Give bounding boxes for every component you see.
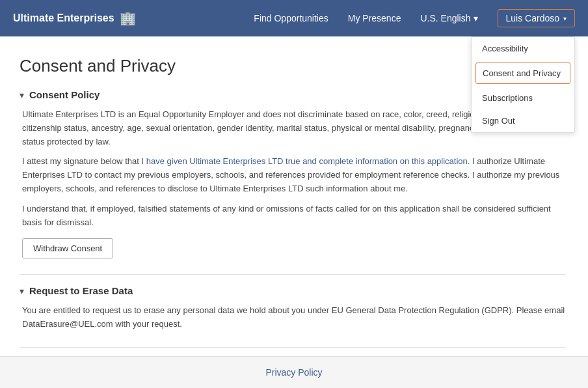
logo-icon: 🏢	[120, 10, 136, 26]
find-opportunities-link[interactable]: Find Opportunities	[254, 13, 328, 23]
erase-data-body: You are entitled to request us to erase …	[20, 304, 566, 331]
dropdown-item-consent-privacy[interactable]: Consent and Privacy	[475, 62, 570, 84]
consent-policy-para-3: I understand that, if employed, falsifie…	[22, 202, 566, 230]
erase-data-para-1: You are entitled to request us to erase …	[22, 304, 566, 331]
consent-policy-title: Consent Policy	[29, 89, 100, 100]
erase-data-chevron-icon: ▾	[20, 286, 24, 296]
dropdown-item-subscriptions[interactable]: Subscriptions	[472, 87, 574, 109]
dropdown-item-accessibility[interactable]: Accessibility	[472, 37, 574, 60]
language-selector[interactable]: U.S. English ▾	[420, 13, 477, 23]
erase-data-section: ▾ Request to Erase Data You are entitled…	[20, 285, 566, 331]
privacy-policy-link[interactable]: Privacy Policy	[265, 367, 322, 378]
erase-data-title: Request to Erase Data	[29, 285, 133, 296]
dropdown-item-sign-out[interactable]: Sign Out	[472, 109, 574, 132]
erase-data-header[interactable]: ▾ Request to Erase Data	[20, 285, 566, 296]
section-divider-1	[20, 274, 566, 275]
logo-text: Ultimate Enterprises	[13, 12, 114, 24]
language-label: U.S. English	[420, 13, 470, 23]
logo: Ultimate Enterprises 🏢	[13, 10, 254, 26]
user-dropdown-menu: Accessibility Consent and Privacy Subscr…	[471, 36, 575, 133]
user-menu-chevron-icon: ▾	[563, 15, 567, 22]
page-footer: Privacy Policy	[0, 356, 588, 388]
main-nav: Find Opportunities My Presence U.S. Engl…	[254, 9, 575, 27]
consent-policy-para-2: I attest my signature below that I have …	[22, 155, 566, 195]
section-divider-2	[20, 347, 566, 348]
consent-highlight: I have given Ultimate Enterprises LTD tr…	[142, 156, 470, 166]
my-presence-link[interactable]: My Presence	[348, 13, 401, 23]
consent-policy-chevron-icon: ▾	[20, 90, 24, 100]
chevron-down-icon: ▾	[474, 13, 478, 23]
user-menu-button[interactable]: Luis Cardoso ▾	[498, 9, 576, 27]
withdraw-consent-button[interactable]: Withdraw Consent	[22, 238, 113, 258]
user-name-label: Luis Cardoso	[506, 13, 560, 23]
header: Ultimate Enterprises 🏢 Find Opportunitie…	[0, 0, 588, 36]
